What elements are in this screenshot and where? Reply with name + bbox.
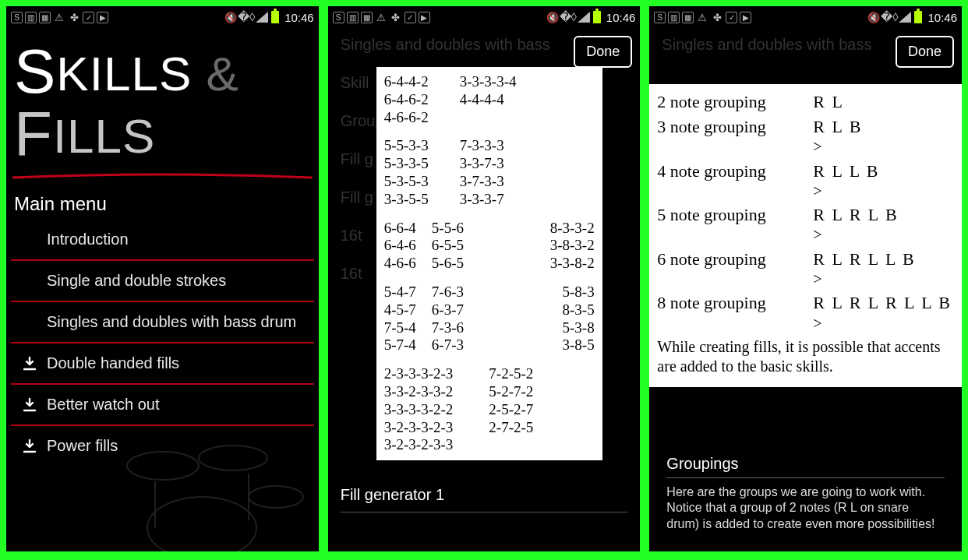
download-icon	[22, 356, 37, 372]
wifi-icon: �◊	[240, 11, 253, 23]
image-icon: ▦	[39, 12, 51, 23]
status-bar: S ▥ ▦ ⚠ ✤ ✓ ▶ 🔇 �◊ 10:46	[6, 6, 319, 28]
groupings-explainer-box: Groupings Here are the groups we are goi…	[657, 447, 954, 544]
image-icon: ▦	[682, 12, 694, 23]
menu-item-singles-doubles-bass[interactable]: Singles and doubles with bass drum	[11, 302, 314, 343]
clock: 10:46	[606, 11, 636, 24]
shop-icon: ✓	[726, 12, 737, 23]
groupings-box-title: Groupings	[666, 455, 945, 478]
groupings-box-text: Here are the groups we are going to work…	[666, 484, 945, 533]
drums-decor	[108, 419, 311, 551]
download-icon	[22, 397, 37, 413]
menu-item-single-double-strokes[interactable]: Single and double strokes	[11, 261, 314, 302]
svg-point-0	[127, 452, 199, 480]
signal-icon	[899, 12, 911, 23]
sync-icon: S	[654, 12, 666, 23]
play-store-icon: ▶	[740, 12, 751, 23]
signal-icon	[256, 12, 268, 23]
device-groupings: S ▥ ▦ ⚠ ✤ ✓ ▶ 🔇 �◊ 10:46 Singles and dou…	[649, 6, 962, 551]
warning-icon: ⚠	[696, 11, 708, 23]
clock: 10:46	[284, 11, 314, 24]
groupings-panel[interactable]: 2 note grouping R L 3 note grouping R L …	[649, 84, 962, 387]
grouping-row: 8 note grouping R L R L R L L B>	[657, 293, 954, 333]
mute-icon: 🔇	[546, 11, 559, 23]
clock: 10:46	[927, 11, 957, 24]
menu-item-introduction[interactable]: Introduction	[11, 220, 314, 261]
status-bar: S ▥ ▦ ⚠ ✤ ✓ ▶ 🔇 �◊ 10:46	[649, 6, 962, 28]
sync-icon: S	[11, 12, 23, 23]
fill-codes-panel[interactable]: 6-4-4-23-3-3-3-4 6-4-6-24-4-4-4 4-6-6-2 …	[376, 67, 602, 460]
fan-icon: ✤	[68, 11, 80, 23]
grouping-row: 5 note grouping R L R L B>	[657, 205, 954, 245]
warning-icon: ⚠	[375, 11, 387, 23]
done-button[interactable]: Done	[896, 36, 954, 68]
warning-icon: ⚠	[53, 11, 65, 23]
grouping-row: 4 note grouping R L L B>	[657, 161, 954, 201]
fan-icon: ✤	[390, 11, 402, 23]
play-store-icon: ▶	[97, 12, 108, 23]
grouping-row: 3 note grouping R L B>	[657, 117, 954, 157]
menu-item-label: Power fills	[47, 437, 118, 455]
image-icon: ▦	[361, 12, 373, 23]
mute-icon: 🔇	[867, 11, 880, 23]
play-store-icon: ▶	[419, 12, 430, 23]
device-fill-generator: S ▥ ▦ ⚠ ✤ ✓ ▶ 🔇 �◊ 10:46 Singles and dou…	[328, 6, 641, 551]
menu-item-double-handed-fills[interactable]: Double handed fills	[11, 343, 314, 385]
battery-icon	[914, 11, 922, 23]
fan-icon: ✤	[711, 11, 723, 23]
grouping-row: 6 note grouping R L R L L B>	[657, 249, 954, 289]
groupings-note: While creating fills, it is possible tha…	[657, 337, 954, 376]
doc-icon: ▥	[347, 12, 359, 23]
download-icon	[22, 438, 37, 454]
doc-icon: ▥	[668, 12, 680, 23]
signal-icon	[578, 12, 590, 23]
svg-point-3	[249, 486, 303, 508]
device-main-menu: S ▥ ▦ ⚠ ✤ ✓ ▶ 🔇 �◊ 10:46 SKILLS & FILLS …	[6, 6, 319, 551]
status-bar: S ▥ ▦ ⚠ ✤ ✓ ▶ 🔇 �◊ 10:46	[328, 6, 641, 28]
sync-icon: S	[333, 12, 344, 23]
shop-icon: ✓	[83, 12, 94, 23]
svg-point-1	[199, 446, 267, 470]
battery-icon	[271, 11, 279, 23]
menu-item-label: Double handed fills	[47, 354, 179, 372]
wifi-icon: �◊	[562, 11, 574, 23]
grouping-row: 2 note grouping R L	[657, 92, 954, 112]
menu-item-label: Introduction	[47, 231, 129, 248]
battery-icon	[593, 11, 601, 23]
menu-item-label: Better watch out	[47, 396, 160, 414]
svg-point-2	[147, 497, 256, 551]
main-menu-header: Main menu	[11, 187, 314, 220]
done-button[interactable]: Done	[574, 36, 632, 68]
fill-generator-footer[interactable]: Fill generator 1	[341, 486, 628, 512]
doc-icon: ▥	[25, 12, 37, 23]
app-logo: SKILLS & FILLS	[11, 33, 314, 168]
menu-item-label: Single and double strokes	[47, 272, 226, 290]
shop-icon: ✓	[405, 12, 416, 23]
wifi-icon: �◊	[883, 11, 896, 23]
divider-red	[12, 173, 313, 179]
menu-item-label: Singles and doubles with bass drum	[47, 313, 296, 331]
mute-icon: 🔇	[224, 11, 237, 23]
